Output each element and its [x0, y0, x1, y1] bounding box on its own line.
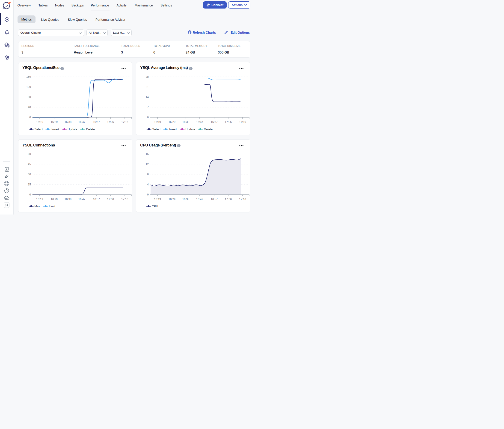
svg-text:Select: Select	[34, 127, 43, 131]
svg-text:Update: Update	[185, 127, 195, 131]
svg-text:21: 21	[146, 85, 149, 89]
svg-text:120: 120	[26, 85, 31, 89]
svg-text:Update: Update	[68, 127, 77, 131]
svg-text:0: 0	[29, 193, 31, 196]
svg-text:4: 4	[147, 183, 149, 186]
svg-text:17:06: 17:06	[107, 198, 114, 201]
svg-text:Select: Select	[152, 127, 161, 131]
svg-text:16:19: 16:19	[154, 120, 161, 123]
svg-text:17:16: 17:16	[239, 120, 246, 123]
svg-text:0: 0	[147, 193, 149, 196]
svg-text:17:16: 17:16	[121, 120, 128, 123]
svg-text:16:57: 16:57	[211, 120, 218, 123]
svg-text:17:06: 17:06	[225, 198, 232, 201]
svg-text:Delete: Delete	[86, 127, 95, 131]
svg-text:16:38: 16:38	[65, 198, 71, 201]
svg-text:17:16: 17:16	[239, 198, 246, 201]
svg-text:16:38: 16:38	[182, 198, 189, 201]
svg-text:16:19: 16:19	[36, 198, 43, 201]
svg-text:16:38: 16:38	[182, 120, 189, 123]
svg-text:Insert: Insert	[169, 127, 177, 131]
svg-text:12: 12	[146, 163, 149, 166]
svg-text:16:47: 16:47	[196, 198, 203, 201]
svg-text:15: 15	[28, 183, 31, 186]
svg-text:0: 0	[147, 116, 149, 119]
svg-text:160: 160	[26, 75, 31, 78]
svg-text:28: 28	[146, 75, 149, 78]
svg-text:16:47: 16:47	[78, 120, 85, 123]
svg-text:Limit: Limit	[49, 205, 55, 208]
svg-text:CPU: CPU	[152, 205, 158, 208]
svg-text:16:57: 16:57	[211, 198, 218, 201]
svg-text:60: 60	[28, 152, 31, 156]
svg-text:16:47: 16:47	[196, 120, 203, 123]
svg-text:16:47: 16:47	[78, 198, 85, 201]
svg-text:Insert: Insert	[51, 127, 59, 131]
svg-text:16:19: 16:19	[154, 198, 161, 201]
svg-text:14: 14	[146, 96, 149, 99]
svg-text:30: 30	[28, 173, 31, 176]
svg-text:80: 80	[28, 96, 31, 99]
svg-text:17:16: 17:16	[121, 198, 128, 201]
svg-text:16:29: 16:29	[51, 198, 58, 201]
svg-text:45: 45	[28, 163, 31, 166]
svg-text:16:29: 16:29	[168, 198, 176, 201]
svg-text:16:57: 16:57	[93, 120, 100, 123]
svg-text:Max: Max	[34, 205, 40, 208]
svg-text:16:29: 16:29	[168, 120, 176, 123]
svg-text:16: 16	[146, 152, 149, 156]
svg-text:40: 40	[28, 106, 31, 109]
svg-text:16:57: 16:57	[93, 198, 100, 201]
svg-text:Delete: Delete	[204, 127, 212, 131]
svg-text:16:19: 16:19	[36, 120, 43, 123]
svg-text:17:06: 17:06	[107, 120, 114, 123]
svg-text:7: 7	[147, 106, 149, 109]
svg-text:17:06: 17:06	[225, 120, 232, 123]
svg-text:8: 8	[147, 173, 149, 176]
svg-text:0: 0	[29, 116, 31, 119]
svg-text:16:29: 16:29	[51, 120, 58, 123]
svg-text:16:38: 16:38	[65, 120, 71, 123]
